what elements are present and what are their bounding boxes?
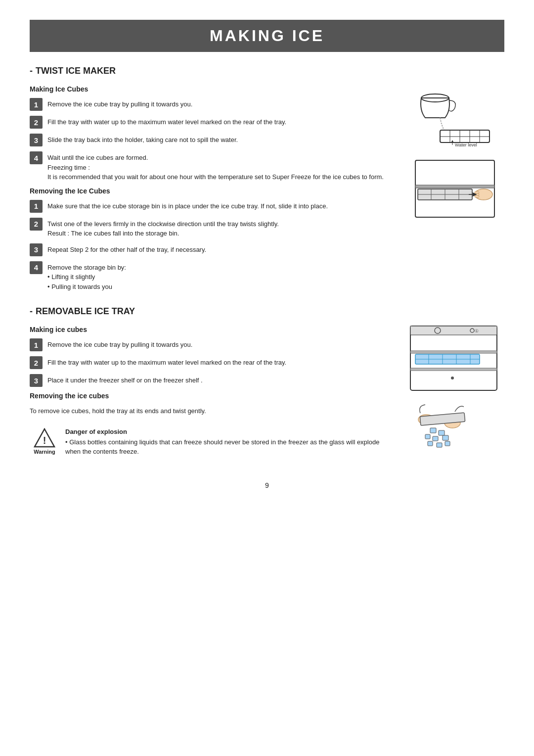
- step-number-3: 3: [30, 134, 43, 146]
- removable-make-step-1: 1 Remove the ice cube tray by pulling it…: [30, 338, 396, 351]
- illustration-twist-tray: [415, 401, 494, 450]
- rm-step-text-2: Fill the tray with water up to the maxim…: [47, 356, 396, 368]
- svg-rect-41: [437, 443, 442, 447]
- removable-heading: REMOVABLE ICE TRAY: [30, 306, 504, 317]
- illustration-tray-insert: [410, 155, 499, 220]
- water-level-label: Water level: [455, 142, 477, 147]
- step-text-1: Remove the ice cube tray by pulling it t…: [47, 98, 396, 109]
- svg-rect-26: [410, 351, 497, 353]
- twist-remove-step-4: 4 Remove the storage bin by: • Lifting i…: [30, 261, 396, 292]
- warning-text: • Glass bottles containing liquids that …: [65, 437, 396, 457]
- twist-left: Making Ice Cubes 1 Remove the ice cube t…: [30, 83, 396, 296]
- removable-make-step-2: 2 Fill the tray with water up to the max…: [30, 356, 396, 369]
- removable-making-subheading: Making ice cubes: [30, 326, 396, 333]
- rm-step-number-2: 2: [30, 356, 43, 369]
- warning-title: Danger of explosion: [65, 428, 396, 435]
- removable-left: Making ice cubes 1 Remove the ice cube t…: [30, 324, 396, 462]
- warning-box: ! Warning Danger of explosion • Glass bo…: [30, 423, 396, 462]
- twist-full-layout: Making Ice Cubes 1 Remove the ice cube t…: [30, 83, 504, 296]
- page-number: 9: [30, 481, 504, 489]
- illustration-removable-freezer: ①: [408, 324, 502, 393]
- rm-step-number-1: 1: [30, 338, 43, 351]
- svg-rect-22: [410, 326, 497, 335]
- removable-illustrations: ①: [405, 324, 504, 462]
- step-text-r1: Make sure that the ice cube storage bin …: [47, 200, 396, 211]
- svg-rect-42: [445, 441, 450, 446]
- main-title: MAKING ICE: [30, 20, 504, 52]
- page: MAKING ICE TWIST ICE MAKER Making Ice Cu…: [0, 0, 534, 756]
- svg-point-34: [451, 377, 454, 379]
- twist-make-step-2: 2 Fill the tray with water up to the max…: [30, 116, 396, 129]
- svg-rect-40: [428, 441, 433, 446]
- svg-rect-36: [439, 430, 445, 435]
- twist-remove-step-2: 2 Twist one of the levers firmly in the …: [30, 218, 396, 238]
- removable-freezer-svg: ①: [408, 324, 502, 393]
- tray-insert-svg: [410, 155, 499, 220]
- warning-icon-col: ! Warning: [30, 428, 59, 455]
- step-text-r2: Twist one of the levers firmly in the cl…: [47, 218, 396, 238]
- twist-section: TWIST ICE MAKER Making Ice Cubes 1 Remov…: [30, 66, 504, 296]
- warning-content: Danger of explosion • Glass bottles cont…: [65, 428, 396, 457]
- svg-rect-39: [443, 435, 448, 440]
- removable-removing-subheading: Removing the ice cubes: [30, 392, 396, 400]
- step-text-3: Slide the tray back into the holder, tak…: [47, 134, 396, 145]
- svg-rect-37: [425, 434, 430, 439]
- twist-illustrations: Water level: [405, 83, 504, 296]
- svg-rect-9: [415, 185, 494, 188]
- warning-triangle-icon: !: [34, 428, 55, 448]
- removable-make-step-3: 3 Place it under the freezer shelf or on…: [30, 374, 396, 387]
- twist-heading: TWIST ICE MAKER: [30, 66, 504, 76]
- removable-full-layout: Making ice cubes 1 Remove the ice cube t…: [30, 324, 504, 462]
- step-number-r1: 1: [30, 200, 43, 213]
- step-number-1: 1: [30, 98, 43, 111]
- svg-rect-38: [433, 436, 438, 441]
- twist-make-step-3: 3 Slide the tray back into the holder, t…: [30, 134, 396, 146]
- removable-section: REMOVABLE ICE TRAY Making ice cubes 1 Re…: [30, 306, 504, 462]
- rm-step-text-1: Remove the ice cube tray by pulling it t…: [47, 338, 396, 350]
- step-number-2: 2: [30, 116, 43, 129]
- svg-rect-16: [475, 191, 479, 193]
- rm-step-text-3: Place it under the freezer shelf or on t…: [47, 374, 396, 385]
- twist-make-step-4: 4 Wait until the ice cubes are formed. F…: [30, 151, 396, 182]
- svg-rect-17: [475, 193, 479, 195]
- twist-remove-step-3: 3 Repeat Step 2 for the other half of th…: [30, 243, 396, 256]
- warning-label: Warning: [34, 449, 55, 455]
- step-number-r4: 4: [30, 261, 43, 274]
- making-cubes-subheading: Making Ice Cubes: [30, 85, 396, 93]
- water-pour-svg: Water level: [410, 83, 499, 147]
- step-text-2: Fill the tray with water up to the maxim…: [47, 116, 396, 127]
- twist-make-step-1: 1 Remove the ice cube tray by pulling it…: [30, 98, 396, 111]
- step-number-r3: 3: [30, 243, 43, 256]
- step-text-r4: Remove the storage bin by: • Lifting it …: [47, 261, 396, 292]
- step-number-r2: 2: [30, 218, 43, 231]
- svg-rect-18: [475, 195, 479, 197]
- illustration-water-pour: Water level: [410, 83, 499, 147]
- removing-cubes-subheading: Removing the Ice Cubes: [30, 187, 396, 195]
- twist-tray-svg: [415, 401, 494, 450]
- svg-rect-33: [410, 368, 497, 371]
- step-text-r3: Repeat Step 2 for the other half of the …: [47, 243, 396, 255]
- svg-rect-35: [430, 428, 436, 433]
- removable-removing-text: To remove ice cubes, hold the tray at it…: [30, 405, 396, 416]
- rm-step-number-3: 3: [30, 374, 43, 387]
- step-text-4: Wait until the ice cubes are formed. Fre…: [47, 151, 396, 182]
- svg-text:①: ①: [475, 329, 479, 333]
- svg-text:!: !: [43, 435, 46, 446]
- twist-remove-step-1: 1 Make sure that the ice cube storage bi…: [30, 200, 396, 213]
- step-number-4: 4: [30, 151, 43, 164]
